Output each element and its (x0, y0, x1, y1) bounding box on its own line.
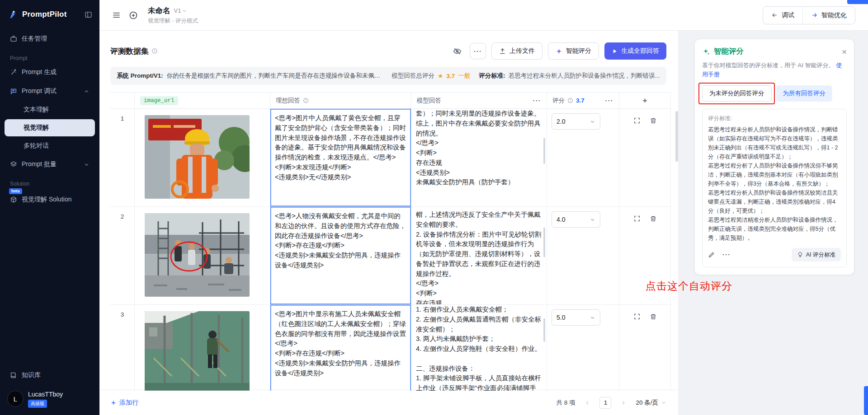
info-icon[interactable] (151, 48, 158, 54)
model-answer-cell[interactable]: 1. 右侧作业人员未佩戴安全帽； 2. 左侧作业人员佩戴普通鸭舌帽（非安全标准安… (411, 305, 547, 391)
sparkle-icon (556, 48, 562, 55)
sidebar-item-knowledge-base[interactable]: 知识库 (5, 366, 95, 384)
cell-scrollbar[interactable] (543, 138, 545, 164)
image-cell (135, 207, 270, 305)
ideal-answer-text: <思考>图片中显示有施工人员未佩戴安全帽（红色圈注区域的工人未佩戴安全帽）；穿绿… (275, 309, 406, 378)
sidebar-item-prompt-debug[interactable]: Prompt 调试 (5, 82, 95, 100)
sidebar-logo-row: PromptPilot (0, 0, 99, 25)
chevron-up-icon (84, 89, 90, 94)
sidebar-item-task-management[interactable]: 任务管理 (5, 30, 95, 48)
panel-description-text: 基于你对模型回答的评分标准，用于 AI 智能评分。 (702, 62, 835, 69)
close-icon[interactable]: × (842, 47, 847, 56)
score-all-button[interactable]: 为所有回答评分 (776, 85, 833, 102)
ideal-answer-text: <思考>人物没有佩戴安全帽，尤其是中间的和左边的伙伴。且设备的使用方式存在危险，… (275, 211, 406, 270)
expand-icon[interactable] (633, 215, 641, 222)
dataset-table: image_url 理想回答 模型回答 ··· 评分 (110, 92, 671, 390)
total-items: 共 8 项 (556, 399, 575, 407)
cell-scrollbar[interactable] (543, 228, 545, 257)
row-actions-cell (619, 109, 671, 207)
sidebar-item-vision-solution[interactable]: beta 视觉理解 Solution (5, 191, 95, 209)
dataset-image-scaffold-worker[interactable] (145, 311, 250, 391)
chat-debug-icon (10, 88, 17, 95)
table-row: 3 (110, 305, 671, 391)
user-block[interactable]: L LucasTTboy 高级版 (0, 385, 99, 415)
system-prompt-bar[interactable]: 系统 Prompt/V1: 你的任务是根据生产车间的图片，判断生产车间是否存在违… (110, 67, 666, 85)
ideal-answer-text: <思考>图片中人员佩戴了黄色安全帽，且穿戴了安全防护背心（含安全带类装备）；同时… (275, 113, 406, 182)
row-index: 2 (110, 207, 135, 305)
expand-icon[interactable] (633, 117, 641, 124)
document-title: 未命名 (148, 6, 170, 16)
menu-icon[interactable] (112, 11, 121, 19)
score-select[interactable]: 5.0 (552, 309, 600, 326)
add-row-button[interactable]: 添加行 (110, 399, 138, 407)
briefcase-icon (10, 35, 17, 42)
sidebar-collapse-icon[interactable] (85, 11, 92, 19)
topbar: 未命名 V1 视觉理解 - 评分模式 调试 智能优化 (99, 0, 868, 31)
ideal-answer-cell[interactable]: <思考>图片中人员佩戴了黄色安全帽，且穿戴了安全防护背心（含安全带类装备）；同时… (270, 109, 411, 207)
info-icon[interactable] (567, 98, 573, 103)
score-select[interactable]: 4.0 (552, 211, 600, 228)
trash-icon[interactable] (650, 215, 657, 222)
version-selector[interactable]: V1 (174, 7, 188, 14)
chevron-down-icon (84, 162, 90, 168)
criteria-more-icon[interactable]: ··· (722, 251, 731, 258)
current-page[interactable]: 1 (599, 397, 611, 409)
score-column-menu-icon[interactable]: ··· (605, 97, 614, 104)
trash-icon[interactable] (650, 313, 657, 320)
next-page-icon[interactable] (618, 397, 629, 409)
main-content: 评测数据集 ··· 上传文件 智能评分 (99, 31, 678, 415)
dataset-image-construction-yard[interactable] (145, 213, 250, 297)
sidebar-item-label: Prompt 生成 (22, 68, 57, 76)
eye-off-icon[interactable] (450, 44, 464, 58)
page-scrollbar-thumb[interactable] (864, 386, 868, 415)
pencil-icon[interactable] (708, 251, 715, 258)
sidebar-section-solution: Solution (10, 181, 90, 187)
generate-all-button[interactable]: 生成全部回答 (604, 42, 666, 60)
prev-page-icon[interactable] (581, 397, 593, 409)
ideal-answer-cell[interactable]: <思考>图片中显示有施工人员未佩戴安全帽（红色圈注区域的工人未佩戴安全帽）；穿绿… (270, 305, 411, 391)
sidebar-item-prompt-generate[interactable]: Prompt 生成 (5, 63, 95, 81)
model-answer-cell[interactable]: 套）；同时未见明显的违规操作设备迹象。 综上，图片中存在未佩戴必要安全防护用具的… (411, 109, 547, 207)
expand-icon[interactable] (633, 313, 641, 320)
sidebar-item-prompt-batch[interactable]: Prompt 批量 (5, 155, 95, 173)
dataset-image-worker-portrait[interactable] (145, 115, 250, 199)
info-icon[interactable] (303, 98, 309, 103)
add-column-icon[interactable]: + (643, 96, 647, 105)
smart-score-label: 智能评分 (566, 47, 591, 55)
upload-file-button[interactable]: 上传文件 (491, 42, 542, 60)
smart-optimize-button[interactable]: 智能优化 (802, 7, 855, 24)
ideal-answer-cell[interactable]: <思考>人物没有佩戴安全帽，尤其是中间的和左边的伙伴。且设备的使用方式存在危险，… (270, 207, 411, 305)
score-column-label: 评分 (552, 97, 565, 105)
panel-buttons: 为未评分的回答评分 为所有回答评分 (702, 85, 847, 102)
page-title: 评测数据集 (110, 46, 158, 56)
table-body: 1 (110, 109, 671, 391)
cube-icon (10, 196, 17, 203)
promptpilot-logo-icon (7, 9, 18, 20)
pagination: 共 8 项 1 20 条/页 (556, 397, 666, 409)
total-score-value: 3.7 (446, 73, 455, 79)
debug-button[interactable]: 调试 (763, 7, 802, 24)
star-icon: ★ (438, 72, 443, 79)
plus-circle-icon[interactable] (129, 11, 138, 20)
more-actions-button[interactable]: ··· (470, 43, 486, 59)
table-row: 2 (110, 207, 671, 305)
model-answer-text: 帽，上述情况均违反了安全生产中关于佩戴安全帽的要求。 2. 设备操作情况分析：图… (416, 210, 542, 305)
sidebar-item-label: Prompt 批量 (22, 160, 57, 168)
sidebar-item-multiturn-dialog[interactable]: 多轮对话 (5, 137, 95, 154)
criteria-text[interactable]: 若思考过程未分析人员防护和设备操作情况，判断错误（如实际存在违规却写为不存在违规… (708, 125, 841, 242)
ai-criteria-button[interactable]: AI 评分标准 (792, 248, 841, 261)
sidebar-item-visual-understanding[interactable]: 视觉理解 (5, 119, 95, 136)
cell-scrollbar[interactable] (543, 318, 545, 342)
page-size-select[interactable]: 20 条/页 (636, 399, 666, 407)
version-label: V1 (174, 7, 181, 14)
sidebar-item-text-understanding[interactable]: 文本理解 (5, 101, 95, 118)
score-cell: 2.0 (547, 109, 619, 207)
smart-score-button[interactable]: 智能评分 (548, 42, 599, 60)
trash-icon[interactable] (650, 117, 657, 124)
score-select[interactable]: 2.0 (552, 113, 600, 130)
criteria-label: 评分标准: (479, 72, 505, 80)
model-column-menu-icon[interactable]: ··· (533, 97, 542, 104)
score-value: 2.0 (557, 118, 565, 125)
score-unscored-button[interactable]: 为未评分的回答评分 (702, 85, 772, 102)
model-answer-cell[interactable]: 帽，上述情况均违反了安全生产中关于佩戴安全帽的要求。 2. 设备操作情况分析：图… (411, 207, 547, 305)
